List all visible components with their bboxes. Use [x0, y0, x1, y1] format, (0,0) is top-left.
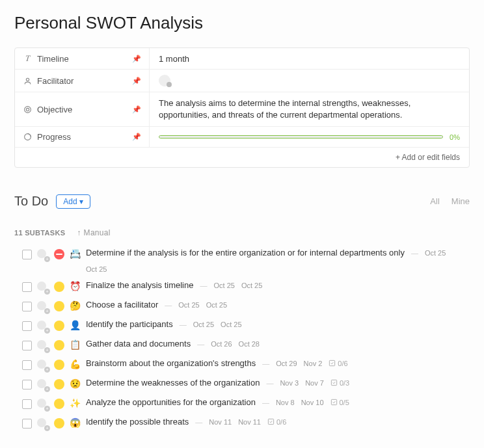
task-title[interactable]: Analyze the opportunities for the organi… [86, 397, 256, 407]
task-title[interactable]: Gather data and documents [86, 339, 191, 349]
filter-mine[interactable]: Mine [451, 196, 470, 206]
task-row[interactable]: +🤔Choose a facilitator—Oct 25Oct 25 [22, 300, 470, 313]
field-value-objective[interactable]: The analysis aims to determine the inter… [150, 92, 469, 126]
subtask-progress[interactable]: 0/6 [329, 360, 347, 367]
filter-all[interactable]: All [430, 196, 439, 206]
task-start-date[interactable]: Nov 3 [280, 379, 299, 387]
task-row[interactable]: +😱Identify the possible threats—Nov 11No… [22, 417, 470, 430]
status-dot[interactable] [54, 360, 64, 370]
task-start-date[interactable]: Oct 25 [425, 249, 446, 257]
task-end-date[interactable]: Oct 25 [221, 321, 241, 328]
task-body: Brainstorm about the organization's stre… [86, 358, 470, 368]
field-value-timeline[interactable]: 1 month [150, 48, 469, 69]
status-dot[interactable] [54, 340, 64, 350]
field-row-objective[interactable]: Objective 📌 The analysis aims to determi… [15, 92, 469, 127]
task-title[interactable]: Choose a facilitator [86, 300, 158, 310]
target-icon [23, 105, 32, 114]
assignee-icon[interactable]: + [37, 301, 49, 313]
assignee-icon[interactable]: + [37, 282, 49, 293]
assignee-icon[interactable]: + [37, 360, 49, 371]
field-value-progress[interactable]: 0% [150, 127, 469, 147]
task-start-date[interactable]: Oct 26 [211, 340, 232, 348]
task-title[interactable]: Determine if the analysis is for the ent… [86, 248, 405, 257]
assignee-icon[interactable]: + [37, 399, 49, 410]
task-body: Finalize the analysis timeline—Oct 25Oct… [86, 280, 470, 290]
pin-icon[interactable]: 📌 [132, 55, 141, 63]
status-dot[interactable] [54, 399, 64, 409]
task-checkbox[interactable] [22, 360, 32, 370]
task-checkbox[interactable] [22, 341, 32, 350]
field-value-facilitator[interactable] [150, 70, 469, 92]
status-dot[interactable] [54, 282, 64, 292]
task-row[interactable]: +💪Brainstorm about the organization's st… [22, 358, 470, 371]
task-start-date[interactable]: Oct 25 [193, 321, 214, 328]
add-edit-fields-link[interactable]: + Add or edit fields [15, 148, 469, 167]
task-end-date[interactable]: Oct 28 [239, 340, 260, 348]
field-row-facilitator[interactable]: Facilitator 📌 [15, 70, 469, 92]
task-start-date[interactable]: Oct 25 [178, 301, 199, 309]
task-row[interactable]: +⏰Finalize the analysis timeline—Oct 25O… [22, 280, 470, 293]
status-dot[interactable] [54, 418, 64, 428]
pin-icon[interactable]: 📌 [132, 133, 141, 141]
task-start-date[interactable]: Oct 25 [213, 282, 234, 289]
task-end-date[interactable]: Nov 11 [238, 418, 261, 426]
task-end-date[interactable]: Oct 25 [86, 265, 107, 273]
assignee-icon[interactable]: + [37, 379, 49, 391]
task-title[interactable]: Finalize the analysis timeline [86, 280, 193, 290]
task-start-date[interactable]: Nov 8 [276, 399, 295, 406]
assignee-icon[interactable]: + [37, 340, 49, 352]
task-row[interactable]: +👤Identify the participants—Oct 25Oct 25 [22, 319, 470, 332]
task-end-date[interactable]: Nov 7 [305, 379, 324, 387]
person-icon [23, 77, 32, 85]
task-checkbox[interactable] [22, 250, 32, 259]
svg-rect-5 [331, 380, 336, 386]
task-end-date[interactable]: Nov 2 [304, 360, 323, 367]
subtask-progress[interactable]: 0/6 [267, 418, 286, 426]
separator-icon: — [180, 321, 187, 328]
task-checkbox[interactable] [22, 399, 32, 409]
field-row-timeline[interactable]: 𝑇 Timeline 📌 1 month [15, 48, 469, 70]
task-row[interactable]: +✨Analyze the opportunities for the orga… [22, 397, 470, 410]
subtask-progress[interactable]: 0/5 [330, 399, 349, 406]
pin-icon[interactable]: 📌 [132, 77, 141, 85]
task-emoji-icon: 📇 [70, 248, 81, 259]
avatar-placeholder-icon[interactable] [159, 75, 170, 86]
status-dot[interactable] [54, 249, 64, 259]
status-dot[interactable] [54, 301, 64, 311]
progress-percent: 0% [450, 133, 460, 141]
svg-point-2 [26, 108, 29, 111]
task-checkbox[interactable] [22, 419, 32, 428]
task-row[interactable]: +📋Gather data and documents—Oct 26Oct 28 [22, 339, 470, 352]
task-checkbox[interactable] [22, 380, 32, 389]
task-title[interactable]: Identify the participants [86, 319, 173, 329]
progress-bar [159, 135, 443, 138]
separator-icon: — [195, 418, 202, 426]
assignee-icon[interactable]: + [37, 249, 49, 261]
status-dot[interactable] [54, 379, 64, 389]
subtask-count: 11 SUBTASKS [14, 229, 65, 237]
task-end-date[interactable]: Nov 10 [301, 399, 324, 406]
assignee-icon[interactable]: + [37, 321, 49, 332]
add-button[interactable]: Add ▾ [56, 194, 90, 209]
task-checkbox[interactable] [22, 282, 32, 292]
field-label-text: Progress [37, 132, 71, 142]
task-end-date[interactable]: Oct 25 [206, 301, 227, 309]
assignee-icon[interactable]: + [37, 418, 49, 430]
task-title[interactable]: Brainstorm about the organization's stre… [86, 358, 256, 368]
task-title[interactable]: Determine the weaknesses of the organiza… [86, 378, 260, 388]
task-start-date[interactable]: Nov 11 [209, 418, 232, 426]
task-checkbox[interactable] [22, 302, 32, 311]
task-row[interactable]: +😟Determine the weaknesses of the organi… [22, 378, 470, 391]
task-row[interactable]: +📇Determine if the analysis is for the e… [22, 248, 470, 274]
field-label-objective: Objective 📌 [15, 92, 150, 126]
task-start-date[interactable]: Oct 29 [276, 360, 297, 367]
task-title[interactable]: Identify the possible threats [86, 417, 189, 427]
separator-icon: — [262, 360, 269, 367]
task-checkbox[interactable] [22, 321, 32, 331]
pin-icon[interactable]: 📌 [132, 105, 141, 114]
status-dot[interactable] [54, 321, 64, 331]
task-end-date[interactable]: Oct 25 [241, 282, 262, 289]
subtask-progress[interactable]: 0/3 [330, 379, 349, 387]
field-row-progress[interactable]: Progress 📌 0% [15, 127, 469, 148]
sort-control[interactable]: ↑ Manual [77, 228, 110, 237]
